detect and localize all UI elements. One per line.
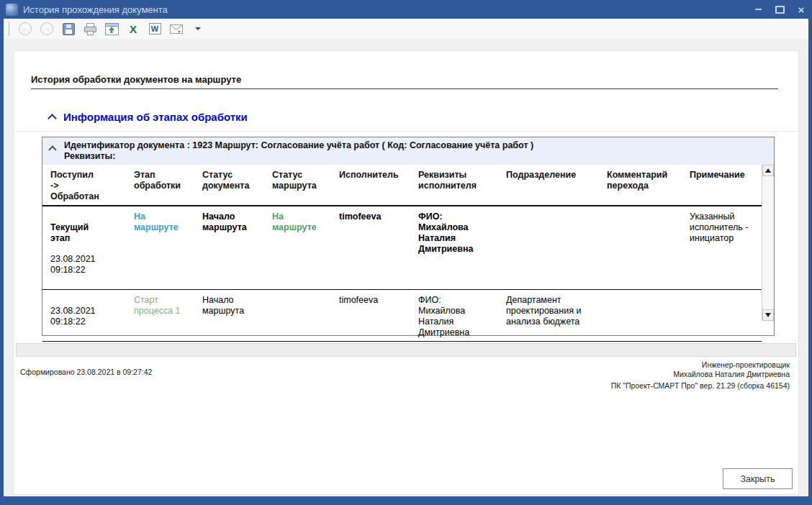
table-row: 23.08.2021 09:18:22 Старт процесса 1 Нач… (42, 290, 762, 342)
print-icon (84, 23, 96, 35)
titlebar: История прохождения документа × (0, 0, 812, 19)
minimize-icon (755, 9, 762, 10)
col-received: Поступил -> Обработан (42, 165, 126, 206)
back-button[interactable]: ← (18, 21, 32, 37)
footer-role: Инженер-проектировщик (611, 360, 790, 370)
toolbar: ← → X W (4, 19, 808, 39)
footer-app-version: ПК "Проект-СМАРТ Про" вер. 21.29 (сборка… (611, 381, 790, 391)
table-row: Текущий этап 23.08.2021 09:18:22 На марш… (42, 206, 762, 290)
col-transition-comment: Комментарий перехода (599, 165, 682, 206)
col-doc-status: Статус документа (194, 165, 264, 206)
send-mail-button[interactable] (169, 21, 184, 37)
export-icon (105, 23, 119, 35)
word-icon: W (149, 23, 161, 35)
col-executor-details: Реквизиты исполнителя (410, 165, 498, 206)
cell-note (682, 290, 762, 342)
toolbar-grip (9, 22, 9, 36)
word-export-button[interactable]: W (148, 21, 162, 37)
history-table: Поступил -> Обработан Этап обработки Ста… (42, 165, 762, 342)
cell-transition-comment (599, 290, 682, 342)
cell-executor-details: ФИО: Михайлова Наталия Дмитриевна (410, 206, 498, 290)
cell-stage: Старт процесса 1 (126, 290, 194, 342)
section-heading[interactable]: Информация об этапах обработки (63, 111, 248, 123)
group-collapse-icon[interactable] (48, 145, 56, 153)
footer-user: Михайлова Наталия Дмитриевна (611, 370, 790, 379)
document-group: Идентификатор документа : 1923 Маршрут: … (42, 137, 775, 336)
title-rule (31, 88, 778, 89)
cell-executor: timofeeva (331, 206, 410, 290)
scroll-up-button[interactable] (762, 165, 774, 176)
col-route-status: Статус маршрута (264, 165, 331, 206)
col-note: Примечание (682, 165, 762, 206)
scroll-up-icon (765, 168, 771, 173)
maximize-icon (775, 6, 785, 14)
group-header-line2: Реквизиты: (64, 151, 768, 162)
save-icon (63, 23, 75, 35)
history-table-wrap: Поступил -> Обработан Этап обработки Ста… (42, 165, 774, 321)
mail-icon (170, 24, 183, 34)
app-icon (6, 4, 18, 16)
generated-timestamp: Сформировано 23.08.2021 в 09:27:42 (20, 368, 152, 376)
window-title: История прохождения документа (23, 4, 168, 15)
cell-doc-status: Начало маршрута (194, 206, 264, 290)
print-button[interactable] (83, 21, 97, 37)
back-icon: ← (19, 22, 32, 35)
close-icon: × (798, 4, 805, 15)
forward-button[interactable]: → (40, 21, 54, 37)
col-stage: Этап обработки (126, 165, 194, 206)
scroll-down-icon (765, 313, 771, 317)
horizontal-scrollbar[interactable] (16, 343, 796, 357)
save-button[interactable] (61, 21, 76, 37)
maximize-button[interactable] (769, 0, 790, 19)
cell-executor-details: ФИО: Михайлова Наталия Дмитриевна (410, 290, 498, 342)
app-window: История прохождения документа × ← → (0, 0, 812, 505)
close-dialog-button[interactable]: Закрыть (723, 468, 793, 489)
window-controls: × (747, 0, 812, 19)
cell-executor: timofeeva (331, 290, 410, 342)
report-footer-right: Инженер-проектировщик Михайлова Наталия … (611, 360, 790, 391)
section-divider (15, 131, 797, 132)
report-title: История обработки документов на маршруте (31, 74, 241, 85)
cell-received-date: 23.08.2021 09:18:22 (50, 254, 120, 276)
col-executor: Исполнитель (331, 165, 410, 206)
cell-doc-status: Начало маршрута (194, 290, 264, 342)
dropdown-arrow-icon (195, 27, 201, 30)
cell-received-date: 23.08.2021 09:18:22 (50, 306, 96, 327)
group-header[interactable]: Идентификатор документа : 1923 Маршрут: … (42, 137, 774, 165)
workspace: ← → X W (4, 19, 808, 496)
group-header-line1: Идентификатор документа : 1923 Маршрут: … (64, 140, 768, 151)
vertical-scrollbar[interactable] (762, 165, 774, 321)
report-panel: История обработки документов на маршруте… (13, 50, 799, 495)
cell-note: Указанный исполнитель - инициатор (682, 206, 762, 290)
cell-received-title: Текущий этап (50, 222, 89, 243)
export-preview-button[interactable] (104, 21, 119, 37)
cell-department (498, 206, 599, 290)
cell-route-status (264, 290, 331, 342)
cell-transition-comment (599, 206, 682, 290)
cell-department: Департамент проектирования и анализа бюд… (498, 290, 599, 342)
forward-icon: → (40, 22, 53, 35)
scroll-down-button[interactable] (762, 309, 774, 321)
close-window-button[interactable]: × (790, 0, 812, 19)
section-collapse-icon[interactable] (48, 114, 57, 123)
table-header-row: Поступил -> Обработан Этап обработки Ста… (42, 165, 762, 206)
cell-route-status: На маршруте (264, 206, 331, 290)
excel-export-button[interactable]: X (126, 21, 140, 37)
excel-icon: X (130, 24, 137, 35)
minimize-button[interactable] (747, 0, 769, 19)
col-department: Подразделение (498, 165, 599, 206)
cell-stage: На маршруте (126, 206, 194, 290)
toolbar-more-dropdown[interactable] (191, 21, 205, 37)
